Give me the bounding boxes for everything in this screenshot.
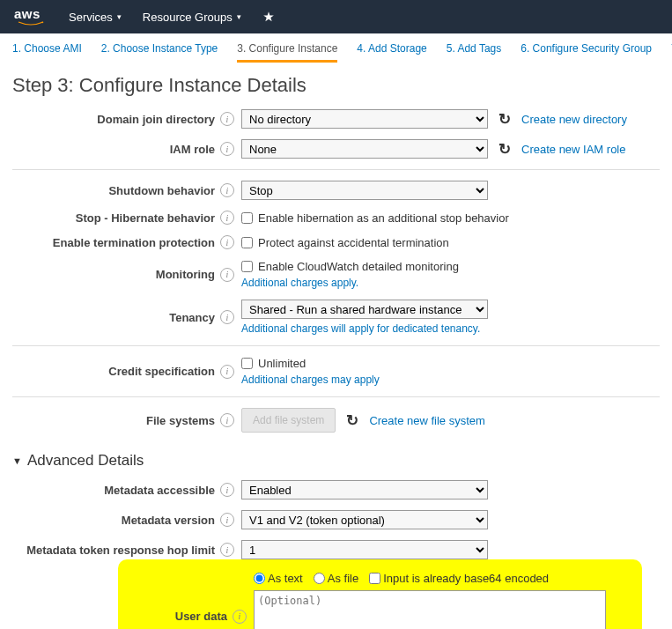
userdata-base64-checkbox[interactable]: [369, 573, 380, 584]
shutdown-behavior-label: Shutdown behavior: [108, 184, 215, 197]
tab-configure-security-group[interactable]: 6. Configure Security Group: [521, 42, 652, 63]
hibernate-checkbox[interactable]: [241, 212, 253, 224]
services-menu[interactable]: Services ▾: [69, 11, 122, 24]
file-systems-label: File systems: [146, 414, 215, 427]
add-file-system-button: Add file system: [241, 408, 336, 433]
resource-groups-label: Resource Groups: [143, 11, 233, 24]
services-label: Services: [69, 11, 113, 24]
tab-configure-instance[interactable]: 3. Configure Instance: [237, 42, 337, 63]
user-data-highlight: User data i As text As file: [118, 559, 642, 629]
credit-unlimited-checkbox[interactable]: [241, 358, 253, 369]
monitoring-charges-link[interactable]: Additional charges apply.: [241, 277, 459, 289]
refresh-icon[interactable]: ↻: [346, 411, 358, 430]
create-iam-role-link[interactable]: Create new IAM role: [521, 143, 626, 156]
termination-protection-checkbox-label: Protect against accidental termination: [258, 236, 449, 249]
userdata-as-text-radio[interactable]: As text: [254, 572, 303, 585]
domain-join-select[interactable]: No directory: [241, 109, 488, 129]
domain-join-label: Domain join directory: [97, 113, 215, 126]
info-icon[interactable]: i: [220, 211, 234, 225]
info-icon[interactable]: i: [220, 310, 234, 324]
metadata-accessible-label: Metadata accessible: [104, 484, 215, 497]
info-icon[interactable]: i: [220, 483, 234, 497]
hibernate-label: Stop - Hibernate behavior: [76, 211, 215, 225]
iam-role-label: IAM role: [170, 143, 215, 156]
monitoring-label: Monitoring: [156, 268, 215, 281]
refresh-icon[interactable]: ↻: [498, 140, 511, 159]
chevron-down-icon: ▾: [237, 12, 241, 21]
create-directory-link[interactable]: Create new directory: [521, 113, 627, 126]
info-icon[interactable]: i: [233, 610, 247, 624]
tab-choose-instance-type[interactable]: 2. Choose Instance Type: [101, 42, 218, 63]
refresh-icon[interactable]: ↻: [498, 110, 511, 129]
termination-protection-checkbox[interactable]: [241, 237, 253, 248]
metadata-hop-limit-label: Metadata token response hop limit: [26, 544, 215, 557]
monitoring-checkbox[interactable]: [241, 261, 253, 272]
info-icon[interactable]: i: [220, 235, 234, 249]
credit-charges-link[interactable]: Additional charges may apply: [241, 374, 380, 386]
info-icon[interactable]: i: [220, 413, 234, 427]
wizard-steps: 1. Choose AMI 2. Choose Instance Type 3.…: [0, 33, 672, 63]
info-icon[interactable]: i: [220, 183, 234, 197]
user-data-textarea[interactable]: [254, 590, 606, 629]
userdata-as-file-radio[interactable]: As file: [314, 572, 358, 585]
monitoring-checkbox-label: Enable CloudWatch detailed monitoring: [258, 260, 459, 273]
iam-role-select[interactable]: None: [241, 139, 488, 159]
tab-add-storage[interactable]: 4. Add Storage: [357, 42, 426, 63]
info-icon[interactable]: i: [220, 268, 234, 282]
metadata-version-label: Metadata version: [122, 514, 215, 527]
page-title: Step 3: Configure Instance Details: [12, 74, 660, 97]
termination-protection-label: Enable termination protection: [53, 236, 215, 249]
aws-logo[interactable]: aws: [14, 7, 48, 26]
tenancy-select[interactable]: Shared - Run a shared hardware instance: [241, 300, 488, 319]
create-file-system-link[interactable]: Create new file system: [369, 414, 485, 427]
advanced-details-toggle[interactable]: ▼ Advanced Details: [12, 452, 660, 470]
metadata-hop-limit-select[interactable]: 1: [241, 540, 488, 559]
credit-specification-label: Credit specification: [108, 365, 215, 378]
userdata-as-text-input[interactable]: [254, 573, 265, 584]
hibernate-checkbox-label: Enable hibernation as an additional stop…: [258, 211, 509, 225]
shutdown-behavior-select[interactable]: Stop: [241, 181, 488, 200]
tenancy-charges-note[interactable]: Additional charges will apply for dedica…: [241, 322, 488, 335]
tenancy-label: Tenancy: [169, 311, 215, 324]
info-icon[interactable]: i: [220, 543, 234, 557]
info-icon[interactable]: i: [220, 112, 234, 126]
info-icon[interactable]: i: [220, 365, 234, 379]
chevron-down-icon: ▾: [117, 12, 122, 21]
advanced-details-heading: Advanced Details: [27, 452, 144, 470]
metadata-version-select[interactable]: V1 and V2 (token optional): [241, 510, 488, 529]
resource-groups-menu[interactable]: Resource Groups ▾: [143, 11, 241, 24]
tab-add-tags[interactable]: 5. Add Tags: [447, 42, 502, 63]
metadata-accessible-select[interactable]: Enabled: [241, 480, 488, 500]
info-icon[interactable]: i: [220, 513, 234, 527]
userdata-as-file-input[interactable]: [314, 573, 325, 584]
credit-unlimited-checkbox-label: Unlimited: [258, 357, 306, 370]
top-nav-bar: aws Services ▾ Resource Groups ▾: [0, 0, 672, 33]
userdata-base64-checkbox-label[interactable]: Input is already base64 encoded: [369, 572, 549, 585]
chevron-down-icon: ▼: [12, 455, 22, 466]
info-icon[interactable]: i: [220, 142, 234, 156]
user-data-label: User data: [175, 610, 227, 623]
pin-icon[interactable]: [262, 11, 275, 23]
tab-choose-ami[interactable]: 1. Choose AMI: [12, 42, 82, 63]
